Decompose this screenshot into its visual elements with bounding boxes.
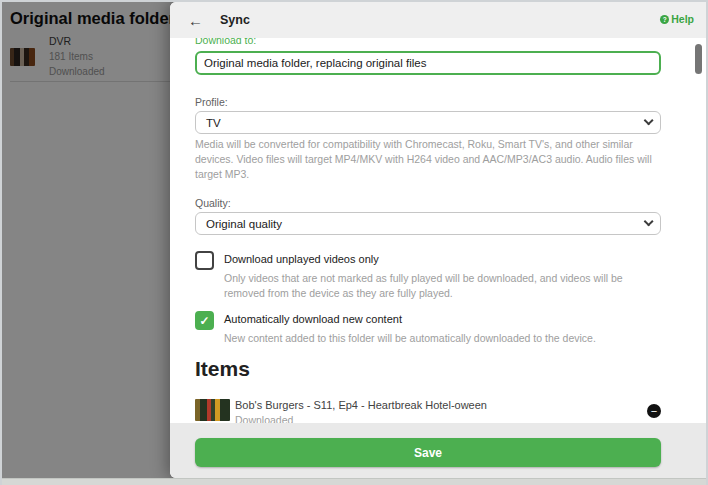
dialog-title: Sync [220, 13, 250, 27]
save-button[interactable]: Save [195, 438, 661, 467]
window-bottom-frame [0, 478, 708, 485]
unplayed-option: Download unplayed videos only Only video… [195, 251, 661, 301]
chevron-down-icon [644, 216, 654, 226]
unplayed-checkbox[interactable] [195, 251, 214, 270]
item-status: Downloaded [235, 414, 622, 423]
auto-download-label: Automatically download new content [224, 313, 596, 326]
dialog-body: Download to: Profile: TV Media will be c… [170, 38, 706, 423]
minus-icon: − [651, 406, 657, 417]
dialog-footer: Save [170, 423, 706, 478]
profile-value: TV [206, 117, 221, 129]
unplayed-description: Only videos that are not marked as fully… [224, 271, 661, 301]
profile-select[interactable]: TV [195, 111, 661, 134]
help-icon: ? [660, 15, 669, 24]
back-icon[interactable]: ← [188, 13, 203, 28]
sync-dialog: ← Sync ? Help Download to: Profile: TV M… [170, 2, 706, 478]
check-icon: ✓ [199, 314, 209, 328]
item-title: Bob's Burgers - S11, Ep4 - Heartbreak Ho… [235, 399, 622, 412]
profile-description: Media will be converted for compatibilit… [195, 137, 661, 182]
auto-download-description: New content added to this folder will be… [224, 331, 596, 346]
profile-label: Profile: [195, 96, 661, 109]
items-heading: Items [195, 358, 661, 380]
chevron-down-icon [644, 115, 654, 125]
help-label: Help [671, 13, 694, 25]
unplayed-label: Download unplayed videos only [224, 253, 661, 266]
auto-download-option: ✓ Automatically download new content New… [195, 311, 661, 346]
sync-item-row: Bob's Burgers - S11, Ep4 - Heartbreak Ho… [195, 399, 661, 423]
download-to-input[interactable] [195, 51, 661, 75]
help-button[interactable]: ? Help [660, 13, 694, 25]
dialog-header: ← Sync ? Help [170, 2, 706, 38]
quality-value: Original quality [206, 218, 282, 230]
app-window: Original media folder, rep DVR 181 Items… [0, 0, 708, 485]
remove-item-button[interactable]: − [647, 404, 661, 418]
auto-download-checkbox[interactable]: ✓ [195, 311, 214, 330]
item-thumbnail [195, 399, 230, 421]
download-to-label: Download to: [195, 38, 661, 47]
modal-scrollbar-thumb[interactable] [695, 44, 702, 74]
quality-label: Quality: [195, 197, 661, 210]
quality-select[interactable]: Original quality [195, 212, 661, 235]
